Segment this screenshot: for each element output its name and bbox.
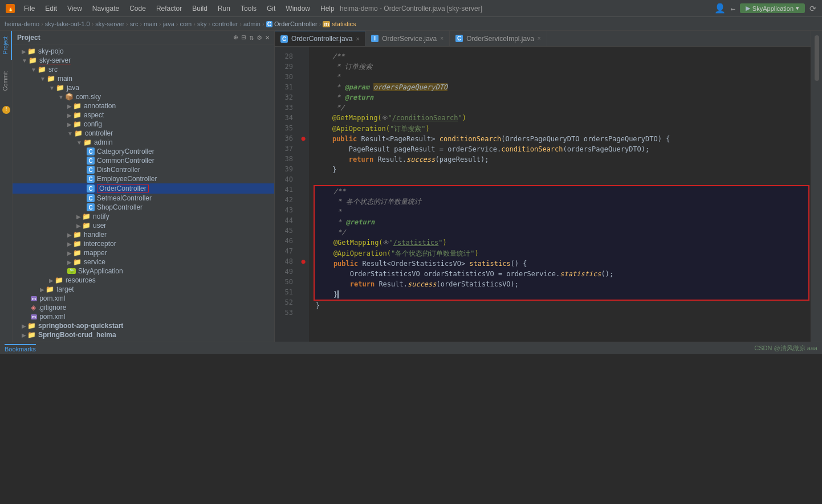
back-icon[interactable]: ←: [730, 4, 735, 13]
tree-label: java: [67, 84, 79, 92]
gutter-36[interactable]: ●: [298, 133, 309, 144]
menu-help[interactable]: Help: [316, 3, 339, 14]
add-icon[interactable]: ⊕: [234, 33, 238, 42]
code-line-50: return Result.success(orderStatisticsVO)…: [315, 279, 808, 289]
bc-src[interactable]: src: [130, 21, 139, 27]
tree-annotation[interactable]: ▶ 📁 annotation: [13, 101, 274, 110]
tree-src[interactable]: ▼ 📁 src: [13, 65, 274, 74]
tree-springboot-aop[interactable]: ▶ 📁 springboot-aop-quickstart: [13, 321, 274, 330]
menu-git[interactable]: Git: [262, 3, 280, 14]
project-panel: Project ⊕ ⊟ ⇅ ⚙ × ▶ 📁 sky-pojo: [13, 31, 275, 342]
code-content[interactable]: /** * 订单搜索 * * @param ordersPageQueryDTO…: [309, 47, 811, 342]
tree-gitignore[interactable]: ◈ .gitignore: [13, 303, 274, 312]
gutter-51: [298, 287, 309, 297]
sidebar-tab-commit[interactable]: Commit: [0, 65, 12, 96]
menu-edit[interactable]: Edit: [40, 3, 62, 14]
tree-service[interactable]: ▶ 📁 service: [13, 257, 274, 267]
code-line-39: }: [314, 165, 811, 175]
bc-com[interactable]: com: [180, 21, 192, 27]
bc-main[interactable]: main: [144, 21, 157, 27]
tree-category-controller[interactable]: C CategoryController: [13, 147, 274, 156]
tree-main[interactable]: ▼ 📁 main: [13, 74, 274, 83]
breadcrumb: heima-demo › sky-take-out-1.0 › sky-serv…: [0, 17, 822, 31]
tree-label: service: [84, 258, 105, 266]
tree-label: aspect: [84, 111, 104, 119]
tab-icon-service: I: [371, 35, 379, 42]
git-changes-icon[interactable]: !: [0, 103, 12, 117]
tab-order-service-impl[interactable]: C OrderServiceImpl.java ×: [450, 31, 547, 46]
menu-build[interactable]: Build: [188, 3, 212, 14]
bc-sky-take-out[interactable]: sky-take-out-1.0: [45, 21, 90, 27]
tree-controller[interactable]: ▼ 📁 controller: [13, 129, 274, 138]
tree-com-sky[interactable]: ▼ 📦 com.sky: [13, 92, 274, 101]
gutter-48[interactable]: ●: [298, 256, 309, 267]
scrollbar-thumb[interactable]: [815, 35, 819, 81]
tree-config[interactable]: ▶ 📁 config: [13, 120, 274, 129]
menu-view[interactable]: View: [63, 3, 87, 14]
tree-user[interactable]: ▶ 📁 user: [13, 221, 274, 230]
tree-java[interactable]: ▼ 📁 java: [13, 83, 274, 92]
bottom-tab-bookmarks[interactable]: Bookmarks: [5, 344, 36, 353]
tree-handler[interactable]: ▶ 📁 handler: [13, 230, 274, 239]
gutter-41: [298, 185, 309, 195]
tab-label-order: OrderController.java: [291, 35, 352, 43]
tree-dish-controller[interactable]: C DishController: [13, 165, 274, 174]
profile-icon[interactable]: 👤: [714, 3, 726, 14]
tab-close-order[interactable]: ×: [356, 36, 359, 42]
folder-icon: 📁: [73, 258, 82, 266]
menu-tools[interactable]: Tools: [236, 3, 261, 14]
tree-setmeal-controller[interactable]: C SetmealController: [13, 194, 274, 203]
tree-target[interactable]: ▶ 📁 target: [13, 285, 274, 294]
bc-java[interactable]: java: [163, 21, 174, 27]
menu-file[interactable]: File: [19, 3, 39, 14]
tree-interceptor[interactable]: ▶ 📁 interceptor: [13, 239, 274, 248]
menu-refactor[interactable]: Refactor: [152, 3, 186, 14]
bc-sky-server[interactable]: sky-server: [95, 21, 124, 27]
tree-resources[interactable]: ▶ 📁 resources: [13, 276, 274, 285]
tree-springboot-crud[interactable]: ▶ 📁 SpringBoot-crud_heima: [13, 330, 274, 339]
bc-statistics[interactable]: mstatistics: [323, 21, 356, 27]
tree-pom-xml-2[interactable]: m pom.xml: [13, 312, 274, 321]
tab-close-service[interactable]: ×: [440, 35, 443, 42]
tree-common-controller[interactable]: C CommonController: [13, 156, 274, 165]
folder-icon: 📁: [56, 84, 64, 92]
tree-order-controller[interactable]: C OrderController: [13, 183, 274, 194]
tree-label: pom.xml: [39, 294, 65, 302]
code-line-35: @ApiOperation("订单搜索"): [314, 124, 811, 134]
menu-window[interactable]: Window: [281, 3, 315, 14]
bc-sky[interactable]: sky: [197, 21, 207, 27]
tree-label: springboot-aop-quickstart: [38, 322, 123, 330]
tree-admin[interactable]: ▼ 📁 admin: [13, 138, 274, 147]
menu-run[interactable]: Run: [213, 3, 235, 14]
tree-sky-pojo[interactable]: ▶ 📁 sky-pojo: [13, 47, 274, 56]
bottom-tab-bar: Bookmarks CSDN @清风微凉 aaa: [0, 342, 822, 354]
tree-sky-server[interactable]: ▼ 📁 sky-server: [13, 56, 274, 65]
tree-sky-application[interactable]: 🍃 SkyApplication: [13, 267, 274, 276]
menu-navigate[interactable]: Navigate: [88, 3, 124, 14]
tree-employee-controller[interactable]: C EmployeeController: [13, 174, 274, 183]
bc-controller[interactable]: controller: [212, 21, 238, 27]
tree-aspect[interactable]: ▶ 📁 aspect: [13, 110, 274, 120]
tree-pom-xml[interactable]: m pom.xml: [13, 294, 274, 303]
bc-order-controller[interactable]: COrderController: [266, 21, 318, 27]
sort-icon[interactable]: ⇅: [250, 33, 254, 42]
tab-close-impl[interactable]: ×: [538, 35, 541, 42]
tree-mapper[interactable]: ▶ 📁 mapper: [13, 248, 274, 257]
close-panel-icon[interactable]: ×: [265, 33, 270, 42]
tree-label: CommonController: [97, 157, 154, 165]
expand-icon[interactable]: ⊟: [242, 33, 246, 42]
tree-label: config: [84, 120, 102, 128]
refresh-icon[interactable]: ⟳: [809, 4, 816, 13]
bc-admin[interactable]: admin: [243, 21, 261, 27]
tree-notify[interactable]: ▶ 📁 notify: [13, 212, 274, 221]
tree-shop-controller[interactable]: C ShopController: [13, 203, 274, 212]
menu-code[interactable]: Code: [125, 3, 150, 14]
code-line-32: * @return: [314, 92, 811, 103]
sidebar-tab-project[interactable]: Project: [0, 31, 12, 60]
tab-order-service[interactable]: I OrderService.java ×: [365, 31, 450, 46]
settings-icon[interactable]: ⚙: [257, 33, 262, 42]
tab-order-controller[interactable]: C OrderController.java ×: [275, 31, 365, 46]
bc-heima-demo[interactable]: heima-demo: [5, 21, 39, 27]
toolbar-right: 👤 ← ▶ SkyApplication ▾ ⟳: [714, 3, 816, 14]
run-app-button[interactable]: ▶ SkyApplication ▾: [740, 3, 805, 13]
